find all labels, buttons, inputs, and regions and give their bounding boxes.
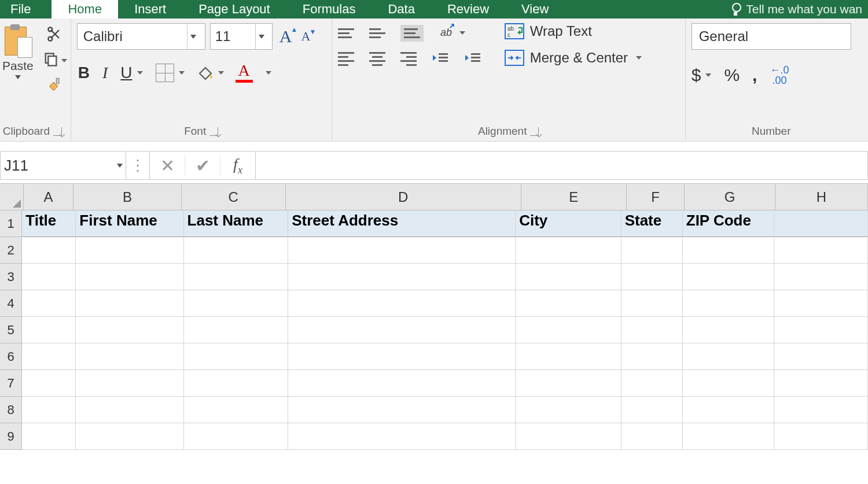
orientation-button[interactable]: ab: [439, 23, 465, 43]
cell[interactable]: [683, 237, 774, 264]
column-header-G[interactable]: G: [685, 184, 775, 210]
cell[interactable]: [621, 317, 683, 343]
cell[interactable]: [774, 264, 868, 290]
merge-center-button[interactable]: Merge & Center: [505, 50, 642, 66]
cell[interactable]: [288, 264, 516, 290]
format-painter-button[interactable]: [45, 76, 65, 96]
dialog-launcher-icon[interactable]: [209, 127, 218, 136]
cell[interactable]: [621, 370, 683, 397]
cell[interactable]: [76, 370, 183, 397]
cell[interactable]: [76, 397, 183, 423]
borders-button[interactable]: [155, 64, 186, 82]
select-all-button[interactable]: [0, 184, 24, 210]
cell[interactable]: [184, 237, 289, 264]
cell[interactable]: [184, 290, 289, 317]
increase-font-size-button[interactable]: A▲: [277, 27, 295, 46]
cell[interactable]: [683, 370, 774, 397]
column-header-C[interactable]: C: [182, 184, 286, 210]
cell[interactable]: [22, 370, 76, 397]
row-header[interactable]: 3: [0, 264, 22, 290]
cell[interactable]: [774, 290, 868, 317]
column-header-A[interactable]: A: [24, 184, 74, 210]
fill-color-button[interactable]: [196, 65, 225, 80]
cell[interactable]: [184, 423, 289, 450]
align-top-button[interactable]: [338, 28, 354, 38]
accounting-format-button[interactable]: $: [692, 65, 712, 85]
cell[interactable]: [621, 397, 683, 423]
cell[interactable]: [184, 317, 289, 343]
tab-formulas[interactable]: Formulas: [286, 0, 372, 19]
font-name-dropdown[interactable]: Calibri: [77, 23, 205, 50]
align-bottom-button[interactable]: [400, 25, 424, 42]
cell[interactable]: [683, 423, 774, 450]
column-header-D[interactable]: D: [286, 184, 521, 210]
row-header[interactable]: 7: [0, 370, 22, 397]
cell[interactable]: [76, 237, 183, 264]
cell[interactable]: [184, 370, 289, 397]
cancel-edit-button[interactable]: ✕: [150, 156, 185, 176]
row-header[interactable]: 8: [0, 397, 22, 423]
cell[interactable]: [516, 343, 621, 370]
font-size-dropdown[interactable]: 11: [210, 23, 273, 50]
underline-button[interactable]: U: [119, 64, 144, 82]
row-header[interactable]: 4: [0, 290, 22, 317]
cell[interactable]: [288, 423, 516, 450]
italic-button[interactable]: I: [101, 64, 109, 82]
cell[interactable]: [516, 423, 621, 450]
cell[interactable]: [76, 264, 183, 290]
cell[interactable]: [22, 343, 76, 370]
cell[interactable]: [22, 264, 76, 290]
tell-me-search[interactable]: Tell me what you wan: [720, 0, 868, 19]
cell[interactable]: [774, 397, 868, 423]
copy-button[interactable]: [45, 51, 65, 71]
row-header[interactable]: 2: [0, 237, 22, 264]
cell[interactable]: [184, 397, 289, 423]
cell[interactable]: [516, 370, 621, 397]
cell[interactable]: [774, 210, 868, 237]
cell[interactable]: First Name: [76, 210, 183, 237]
cell[interactable]: [288, 317, 516, 343]
cell[interactable]: [22, 317, 76, 343]
name-box[interactable]: J11: [0, 151, 126, 180]
cell[interactable]: [683, 343, 774, 370]
cell[interactable]: State: [621, 210, 683, 237]
increase-decimal-button[interactable]: ←.0.00: [770, 65, 789, 86]
decrease-font-size-button[interactable]: A▼: [299, 29, 312, 44]
percent-format-button[interactable]: %: [724, 65, 740, 85]
cell[interactable]: [288, 290, 516, 317]
cell[interactable]: [288, 397, 516, 423]
insert-function-button[interactable]: fx: [220, 155, 255, 176]
row-header[interactable]: 1: [0, 210, 22, 237]
cell[interactable]: [621, 343, 683, 370]
cell[interactable]: [621, 237, 683, 264]
cell[interactable]: [774, 370, 868, 397]
column-header-B[interactable]: B: [73, 184, 181, 210]
cell[interactable]: Street Address: [288, 210, 516, 237]
cut-button[interactable]: [45, 25, 65, 45]
dialog-launcher-icon[interactable]: [53, 127, 62, 136]
cell[interactable]: [76, 343, 183, 370]
cell[interactable]: [22, 237, 76, 264]
dialog-launcher-icon[interactable]: [530, 127, 539, 136]
tab-review[interactable]: Review: [431, 0, 505, 19]
cell[interactable]: [184, 343, 289, 370]
bold-button[interactable]: B: [77, 64, 91, 82]
tab-insert[interactable]: Insert: [118, 0, 182, 19]
number-format-dropdown[interactable]: General: [692, 23, 851, 50]
row-header[interactable]: 5: [0, 317, 22, 343]
cell[interactable]: [683, 290, 774, 317]
wrap-text-button[interactable]: abc Wrap Text: [505, 23, 642, 39]
tab-home[interactable]: Home: [52, 0, 118, 19]
formula-bar-input[interactable]: [256, 151, 868, 180]
cell[interactable]: [516, 317, 621, 343]
cell[interactable]: [683, 264, 774, 290]
tab-data[interactable]: Data: [372, 0, 431, 19]
cell[interactable]: [516, 264, 621, 290]
cell[interactable]: [621, 290, 683, 317]
cell[interactable]: [288, 370, 516, 397]
column-header-H[interactable]: H: [775, 184, 868, 210]
cell[interactable]: [516, 237, 621, 264]
font-color-button[interactable]: A: [236, 62, 253, 83]
cell[interactable]: [22, 397, 76, 423]
align-left-button[interactable]: [338, 52, 354, 66]
